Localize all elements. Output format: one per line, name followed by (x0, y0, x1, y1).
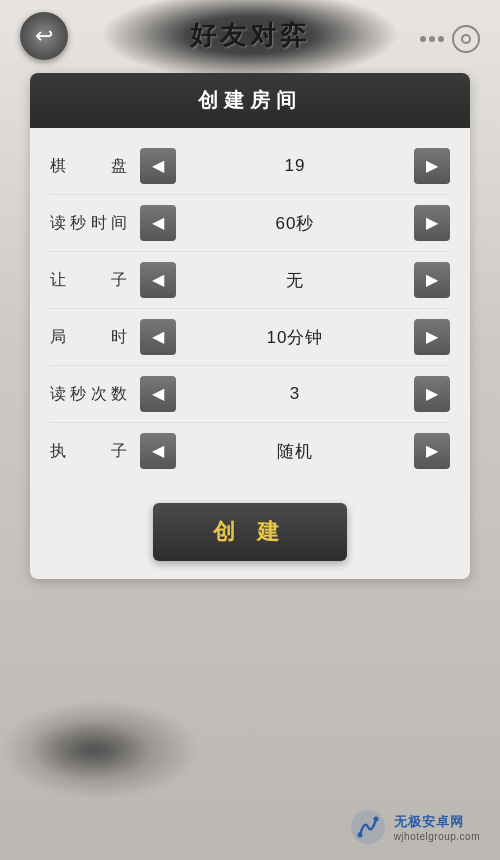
setting-row-board: 棋 盘 ◀ 19 ▶ (50, 138, 450, 195)
right-arrow-icon-3: ▶ (426, 272, 438, 288)
color-value: 随机 (176, 440, 414, 463)
page-title: 好友对弈 (190, 18, 310, 53)
dot-2 (429, 36, 435, 42)
control-game-time: ◀ 10分钟 ▶ (140, 319, 450, 355)
create-btn-wrap: 创 建 (30, 489, 470, 579)
logo-main-text: 无极安卓网 (394, 813, 480, 831)
right-arrow-icon-4: ▶ (426, 329, 438, 345)
setting-row-color: 执 子 ◀ 随机 ▶ (50, 423, 450, 479)
label-board: 棋 盘 (50, 156, 130, 177)
bottom-decoration: 无极安卓网 wjhotelgroup.com (0, 660, 500, 860)
logo-text-group: 无极安卓网 wjhotelgroup.com (394, 813, 480, 842)
time-value: 60秒 (176, 212, 414, 235)
control-color: ◀ 随机 ▶ (140, 433, 450, 469)
left-arrow-icon-5: ◀ (152, 386, 164, 402)
color-right-btn[interactable]: ▶ (414, 433, 450, 469)
create-button[interactable]: 创 建 (153, 503, 347, 561)
dot-1 (420, 36, 426, 42)
control-handicap: ◀ 无 ▶ (140, 262, 450, 298)
control-board: ◀ 19 ▶ (140, 148, 450, 184)
time-right-btn[interactable]: ▶ (414, 205, 450, 241)
logo-svg-icon (350, 809, 386, 845)
bottom-ink-blob-2 (30, 720, 150, 780)
setting-row-game-time: 局 时 ◀ 10分钟 ▶ (50, 309, 450, 366)
left-arrow-icon-2: ◀ (152, 215, 164, 231)
color-left-btn[interactable]: ◀ (140, 433, 176, 469)
gametime-right-btn[interactable]: ▶ (414, 319, 450, 355)
setting-row-byo-count: 读秒次数 ◀ 3 ▶ (50, 366, 450, 423)
bottom-logo: 无极安卓网 wjhotelgroup.com (350, 809, 480, 845)
control-time: ◀ 60秒 ▶ (140, 205, 450, 241)
label-color: 执 子 (50, 441, 130, 462)
left-arrow-icon-3: ◀ (152, 272, 164, 288)
svg-point-2 (373, 817, 378, 822)
top-right-icons (420, 25, 480, 53)
settings-body: 棋 盘 ◀ 19 ▶ 读秒时间 ◀ 60 (30, 128, 470, 489)
gametime-left-btn[interactable]: ◀ (140, 319, 176, 355)
dot-group (420, 36, 444, 42)
control-byo-count: ◀ 3 ▶ (140, 376, 450, 412)
board-right-btn[interactable]: ▶ (414, 148, 450, 184)
logo-sub-text: wjhotelgroup.com (394, 831, 480, 842)
right-arrow-icon: ▶ (426, 158, 438, 174)
byocount-value: 3 (176, 384, 414, 404)
setting-row-handicap: 让 子 ◀ 无 ▶ (50, 252, 450, 309)
label-handicap: 让 子 (50, 270, 130, 291)
time-left-btn[interactable]: ◀ (140, 205, 176, 241)
byocount-right-btn[interactable]: ▶ (414, 376, 450, 412)
back-button[interactable]: ↩ (20, 12, 68, 60)
handicap-value: 无 (176, 269, 414, 292)
left-arrow-icon-6: ◀ (152, 443, 164, 459)
byocount-left-btn[interactable]: ◀ (140, 376, 176, 412)
camera-icon[interactable] (452, 25, 480, 53)
label-byo-count: 读秒次数 (50, 384, 130, 405)
label-game-time: 局 时 (50, 327, 130, 348)
handicap-right-btn[interactable]: ▶ (414, 262, 450, 298)
setting-row-time: 读秒时间 ◀ 60秒 ▶ (50, 195, 450, 252)
right-arrow-icon-5: ▶ (426, 386, 438, 402)
back-arrow-icon: ↩ (35, 25, 53, 47)
background: ↩ 好友对弈 创建房间 棋 盘 ◀ (0, 0, 500, 860)
dot-3 (438, 36, 444, 42)
camera-lens (461, 34, 471, 44)
board-value: 19 (176, 156, 414, 176)
svg-point-1 (357, 833, 362, 838)
board-left-btn[interactable]: ◀ (140, 148, 176, 184)
gametime-value: 10分钟 (176, 326, 414, 349)
header: ↩ 好友对弈 (0, 0, 500, 63)
label-time: 读秒时间 (50, 213, 130, 234)
handicap-left-btn[interactable]: ◀ (140, 262, 176, 298)
right-arrow-icon-6: ▶ (426, 443, 438, 459)
left-arrow-icon-4: ◀ (152, 329, 164, 345)
right-arrow-icon-2: ▶ (426, 215, 438, 231)
left-arrow-icon: ◀ (152, 158, 164, 174)
main-card: 创建房间 棋 盘 ◀ 19 ▶ 读秒时间 (30, 73, 470, 579)
